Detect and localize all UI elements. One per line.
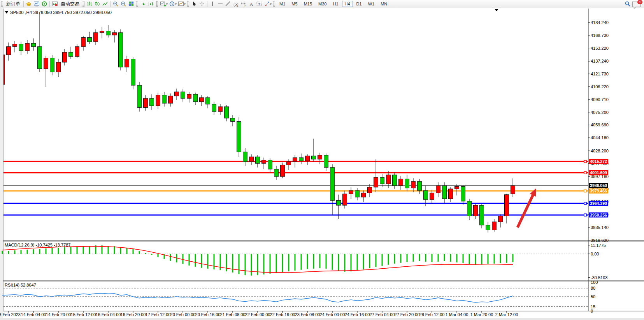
candle-body [268, 160, 272, 169]
toolbar-grip[interactable] [156, 1, 158, 7]
candle-body [374, 177, 378, 187]
arrows-icon-dropdown[interactable]: ▾ [270, 2, 272, 6]
new-chart-icon[interactable] [159, 0, 167, 7]
bar-chart-icon[interactable] [86, 0, 93, 7]
candle-body [474, 205, 478, 216]
tile-windows-icon[interactable] [127, 0, 135, 7]
time-tick-label: 13 Feb 2023 [0, 312, 21, 317]
autotrading-icon[interactable] [51, 0, 59, 7]
price-badge-resistance-1[interactable]: 4015.272 [589, 159, 608, 164]
trendline-icon[interactable] [224, 0, 232, 7]
navigator-icon[interactable] [40, 0, 48, 7]
candle-body [411, 182, 416, 188]
svg-text:3964.390: 3964.390 [590, 201, 607, 206]
candle-body [337, 200, 341, 205]
rsi-axis-label: 100 [591, 280, 598, 285]
time-tick-label: 16 Feb 04:00 [96, 312, 121, 317]
profiles-icon[interactable] [25, 0, 33, 7]
toolbar-grip[interactable] [136, 1, 138, 7]
timeframe-button-h4[interactable]: H4 [342, 1, 353, 7]
price-badge-pivot[interactable]: 3979.466 [589, 189, 608, 194]
horizontal-line-icon[interactable] [216, 0, 224, 7]
svg-text:3986.050: 3986.050 [590, 183, 607, 188]
charts-window-icon[interactable] [33, 0, 40, 7]
candle-body [144, 98, 148, 107]
hline-handle-pivot[interactable] [584, 190, 586, 192]
equidistant-channel-icon[interactable]: E [232, 0, 240, 7]
candle-body [231, 118, 235, 121]
candle-body [393, 175, 397, 185]
price-tick-label: 4075.200 [591, 110, 609, 115]
time-tick-label: 27 Feb 04:00 [370, 312, 395, 317]
time-tick-label: 14 Feb 04:00 [21, 312, 46, 317]
arrows-icon[interactable] [263, 0, 271, 7]
text-icon[interactable]: A [247, 0, 255, 7]
candle-body [361, 193, 366, 197]
price-badge-support-1[interactable]: 3964.390 [589, 201, 608, 206]
timeframe-button-m1[interactable]: M1 [277, 1, 288, 7]
notifications-chat-icon[interactable]: 1 [632, 0, 642, 7]
autotrading-button[interactable]: 自动交易 [59, 0, 81, 8]
candle-body [449, 189, 453, 199]
toolbar-grip[interactable] [187, 1, 189, 7]
svg-text:3979.466: 3979.466 [590, 189, 607, 193]
time-tick-label: 20 Feb 00:00 [170, 312, 196, 317]
toolbar-grip[interactable] [82, 1, 84, 7]
chart-shift-icon[interactable] [147, 0, 155, 7]
candle-body [418, 182, 422, 191]
toolbar-grip[interactable] [1, 1, 3, 7]
hline-handle-support-2[interactable] [584, 214, 586, 216]
hline-handle-resistance-1[interactable] [584, 160, 586, 163]
timeframe-button-h1[interactable]: H1 [330, 1, 341, 7]
candle-body [299, 157, 304, 161]
candle-body [505, 195, 509, 216]
periods-icon-dropdown[interactable]: ▾ [175, 2, 177, 6]
price-tick-label: 3919.630 [591, 238, 609, 243]
timeframe-button-m15[interactable]: M15 [301, 1, 315, 7]
time-tick-label: 15 Feb 12:00 [71, 312, 96, 317]
candle-body [156, 95, 160, 106]
main-toolbar: 新订单自动交易▾▾▾EFAT▾M1M5M15M30H1H4D1W1MN1 [0, 0, 644, 8]
toolbar-separator [207, 1, 207, 7]
new-chart-icon-dropdown[interactable]: ▾ [166, 2, 168, 6]
candlestick-chart-icon[interactable] [93, 0, 101, 7]
price-badge-current-price[interactable]: 3986.050 [589, 183, 608, 188]
timeframe-button-w1[interactable]: W1 [365, 1, 377, 7]
auto-scroll-icon[interactable] [139, 0, 147, 7]
cursor-icon[interactable] [190, 0, 198, 7]
timeframe-button-m30[interactable]: M30 [316, 1, 329, 7]
candle-body [399, 179, 403, 185]
price-badge-support-2[interactable]: 3950.256 [589, 212, 608, 217]
zoom-in-icon[interactable] [112, 0, 119, 7]
time-tick-label: 23 Feb 08:00 [295, 312, 320, 317]
hline-handle-support-1[interactable] [584, 202, 586, 205]
toolbar-grip[interactable] [273, 1, 275, 7]
window-bottom-edge [0, 318, 644, 320]
candle-body [125, 59, 129, 67]
candle-body [187, 94, 191, 99]
crosshair-icon[interactable] [198, 0, 206, 7]
periods-icon[interactable] [168, 0, 176, 7]
templates-icon[interactable] [177, 0, 185, 7]
templates-icon-dropdown[interactable]: ▾ [184, 2, 186, 6]
price-tick-label: 3935.140 [591, 225, 609, 230]
timeframe-button-d1[interactable]: D1 [354, 1, 365, 7]
vertical-line-icon[interactable] [209, 0, 216, 7]
candle-body [386, 175, 391, 184]
search-icon[interactable] [624, 0, 632, 7]
fibonacci-icon[interactable]: F [240, 0, 247, 7]
zoom-out-icon[interactable] [119, 0, 127, 7]
price-badge-resistance-2[interactable]: 4001.609 [589, 170, 608, 175]
line-chart-icon[interactable] [101, 0, 109, 7]
new-order-button[interactable]: 新订单 [4, 0, 22, 8]
candle-body [312, 156, 316, 159]
chart-area[interactable]: 4184.2404168.7304153.2204137.2404121.730… [0, 8, 644, 320]
time-tick-label: 1 Mar 20:00 [470, 312, 493, 317]
timeframe-button-mn[interactable]: MN [378, 1, 390, 7]
timeframe-button-m5[interactable]: M5 [289, 1, 300, 7]
candle-body [368, 187, 372, 193]
candle-body [349, 191, 353, 194]
text-label-icon[interactable]: T [255, 0, 263, 7]
svg-text:3950.256: 3950.256 [590, 213, 607, 217]
hline-handle-resistance-2[interactable] [584, 171, 586, 174]
